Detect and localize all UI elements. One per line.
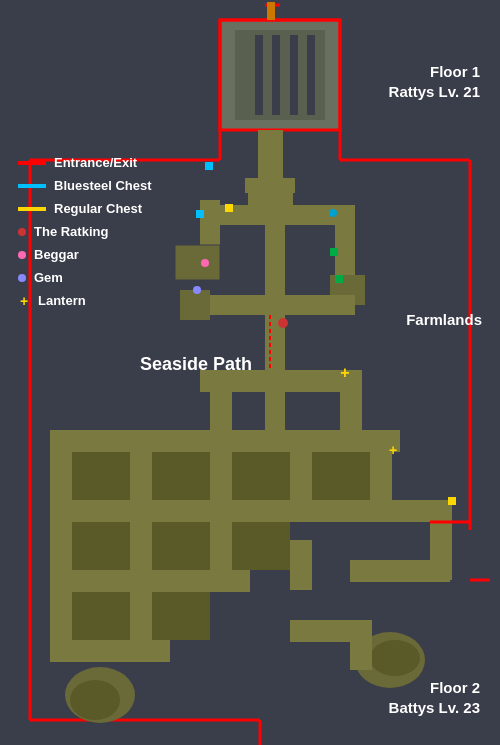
svg-rect-55 (152, 522, 210, 570)
svg-rect-80 (335, 275, 343, 283)
legend-ratking-label: The Ratking (34, 224, 108, 239)
svg-text:+: + (340, 364, 349, 381)
svg-point-74 (193, 286, 201, 294)
lantern-cross: + (18, 295, 30, 307)
svg-rect-58 (152, 592, 210, 640)
beggar-dot (18, 251, 26, 259)
floor2-label: Floor 2 Battys Lv. 23 (389, 678, 480, 717)
legend-entrance-exit: Entrance/Exit (18, 155, 152, 170)
svg-rect-3 (255, 35, 263, 115)
regular-chest-color (18, 207, 46, 211)
farmlands-label: Farmlands (406, 310, 482, 330)
svg-rect-77 (267, 2, 275, 20)
map-container: + + Entrance/Exit (0, 0, 500, 745)
svg-rect-52 (232, 452, 290, 500)
floor1-label: Floor 1 Rattys Lv. 21 (389, 62, 480, 101)
svg-rect-39 (210, 430, 232, 590)
svg-rect-40 (290, 430, 312, 520)
svg-rect-50 (72, 452, 130, 500)
svg-rect-18 (265, 225, 285, 305)
ratking-dot (18, 228, 26, 236)
svg-rect-14 (175, 245, 220, 280)
svg-rect-9 (258, 160, 283, 180)
farmlands-text: Farmlands (406, 311, 482, 328)
legend-bluesteel-label: Bluesteel Chest (54, 178, 152, 193)
floor1-line2: Rattys Lv. 21 (389, 83, 480, 100)
svg-rect-48 (210, 390, 232, 440)
svg-rect-4 (272, 35, 280, 115)
svg-rect-11 (248, 192, 293, 207)
svg-point-72 (278, 318, 288, 328)
svg-point-62 (370, 640, 420, 676)
svg-rect-57 (72, 592, 130, 640)
floor2-line1: Floor 2 (430, 679, 480, 696)
legend-regular-chest: Regular Chest (18, 201, 152, 216)
legend-lantern: + Lantern (18, 293, 152, 308)
svg-rect-54 (72, 522, 130, 570)
legend-regular-label: Regular Chest (54, 201, 142, 216)
floor2-line2: Battys Lv. 23 (389, 699, 480, 716)
svg-rect-81 (448, 497, 456, 505)
svg-rect-37 (50, 430, 72, 640)
seaside-path-text: Seaside Path (140, 354, 252, 374)
legend-ratking: The Ratking (18, 224, 152, 239)
svg-rect-8 (258, 130, 283, 160)
svg-point-71 (329, 209, 337, 217)
legend-beggar: Beggar (18, 247, 152, 262)
legend-gem: Gem (18, 270, 152, 285)
svg-rect-51 (152, 452, 210, 500)
svg-rect-20 (180, 290, 210, 320)
legend: Entrance/Exit Bluesteel Chest Regular Ch… (18, 155, 152, 308)
bluesteel-chest-color (18, 184, 46, 188)
svg-point-73 (201, 259, 209, 267)
svg-rect-69 (225, 204, 233, 212)
legend-entrance-exit-label: Entrance/Exit (54, 155, 137, 170)
svg-rect-10 (245, 178, 295, 193)
legend-bluesteel-chest: Bluesteel Chest (18, 178, 152, 193)
legend-lantern-label: Lantern (38, 293, 86, 308)
svg-rect-5 (290, 35, 298, 115)
svg-rect-42 (290, 540, 312, 590)
svg-rect-6 (307, 35, 315, 115)
svg-rect-78 (205, 162, 213, 170)
entrance-exit-color (18, 161, 46, 165)
legend-beggar-label: Beggar (34, 247, 79, 262)
legend-gem-label: Gem (34, 270, 63, 285)
svg-rect-64 (290, 620, 370, 642)
svg-rect-79 (330, 248, 338, 256)
svg-rect-53 (312, 452, 370, 500)
svg-rect-38 (130, 430, 152, 660)
svg-rect-70 (196, 210, 204, 218)
svg-text:+: + (389, 442, 397, 458)
svg-point-60 (70, 680, 120, 720)
gem-dot (18, 274, 26, 282)
floor1-line1: Floor 1 (430, 63, 480, 80)
svg-rect-45 (350, 560, 450, 582)
svg-rect-56 (232, 522, 290, 570)
svg-rect-12 (200, 205, 350, 225)
seaside-path-label: Seaside Path (140, 353, 252, 376)
